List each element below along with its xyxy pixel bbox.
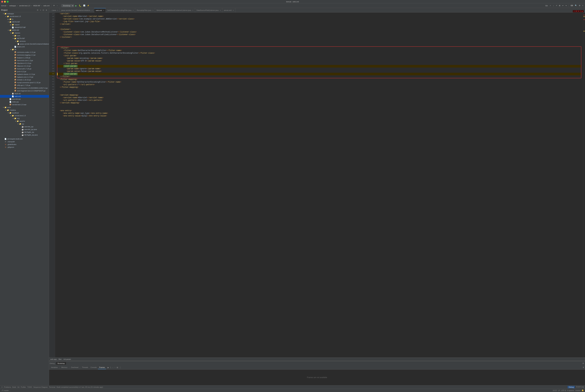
sidebar-item-lib[interactable]: ▼ 📁 lib	[0, 48, 49, 51]
indent-status[interactable]: 4 spaces	[567, 390, 574, 392]
debug-tab-variables[interactable]: Variables	[50, 366, 59, 369]
sidebar-item-jar14[interactable]: 📦 test-resource-1.0-20220808.112917-2.ja…	[0, 87, 49, 90]
debug-tab-console[interactable]: Console	[89, 366, 98, 369]
tab-webxml[interactable]: web.xml ×	[94, 8, 106, 12]
configuration-dropdown[interactable]: Bootstrap	[62, 4, 74, 7]
debug-resume-button[interactable]: ▶	[107, 366, 109, 369]
sidebar-item-aservlet-jsp[interactable]: 📄 aservlet.jsp	[0, 98, 49, 100]
tab-close-icon[interactable]: ×	[92, 10, 93, 11]
tab-rip[interactable]: RemoteIpFilter.java ×	[135, 8, 155, 12]
debug-config-tab[interactable]: Bootstrap	[56, 362, 66, 365]
sidebar-item-jsp-folder[interactable]: ▼ 📁 jsp	[0, 122, 49, 125]
minimize-button[interactable]	[4, 1, 6, 2]
git-button[interactable]: Git	[17, 386, 20, 388]
sidebar-item-gitattributes[interactable]: ⊙ .gitattributes	[0, 143, 49, 146]
sidebar-item-jar15[interactable]: 📦 web-fragment-test-2.0-SNAPSHOT.jar	[0, 90, 49, 92]
line-col-status[interactable]: 10:22	[553, 390, 557, 392]
sidebar-item-work[interactable]: ▼ 📁 work	[0, 106, 49, 109]
help-button[interactable]: ?	[582, 4, 584, 7]
encoding-status[interactable]: LF	[558, 390, 560, 392]
translate-button[interactable]: ⌨	[570, 4, 574, 7]
tab-close-icon[interactable]: ×	[233, 10, 234, 11]
todo-button[interactable]: TODO	[27, 386, 32, 388]
sidebar-item-mytaglib-jsp-java[interactable]: ☕ MyTaglib_jsp.java	[0, 134, 49, 136]
terminal-button[interactable]: Terminal	[49, 386, 56, 388]
undo-button[interactable]: ↩	[561, 4, 564, 7]
sidebar-item-classes[interactable]: ▼ 📁 classes	[0, 32, 49, 34]
sidebar-item-war[interactable]: 📦 servlet-test-1.0.war	[0, 103, 49, 106]
sidebar-item-webapps[interactable]: ▼ 📁 webapps	[0, 12, 49, 15]
sidebar-item-jar10[interactable]: 📦 logback-core-1.2.3.jar	[0, 76, 49, 78]
sidebar-item-jar6[interactable]: 📦 httpcore-4.4.13.jar	[0, 64, 49, 68]
debug-step-out-button[interactable]: ↑	[114, 366, 116, 369]
debug-step-over-button[interactable]: ⤵	[110, 366, 111, 369]
tab-sci[interactable]: javax.servlet.ServletContainerInitialize…	[60, 8, 94, 12]
coverage-button[interactable]: 📊	[83, 4, 86, 7]
search-button[interactable]: 🔍	[574, 4, 578, 7]
profile-button[interactable]: ⚡	[87, 4, 90, 7]
sidebar-item-jar4[interactable]: 📦 hamcrest-core-1.3.jar	[0, 59, 49, 62]
tab-bcicl[interactable]: BeforeContextInitializedContainerListene…	[155, 8, 195, 12]
settings-button[interactable]: ⚙	[578, 4, 581, 7]
debug-button[interactable]: Debug	[567, 386, 575, 388]
sidebar-item-beans[interactable]: 📄 beans.xml	[0, 45, 49, 48]
debug-panel-settings-button[interactable]: ⚙	[582, 362, 584, 365]
sidebar-item-jar1[interactable]: 📦 commons-codec-1.11.jar	[0, 51, 49, 54]
git-update-button[interactable]: ↑	[552, 4, 554, 7]
sidebar-item-maven[interactable]: ▶ 📁 maven	[0, 23, 49, 26]
sidebar-collapse-button[interactable]: ⊟	[42, 9, 45, 11]
sidebar-item-jar7[interactable]: 📦 hutool-all-5.7.20.jar	[0, 68, 49, 70]
debug-tab-threads[interactable]: Threads	[81, 366, 89, 369]
breadcrumb-item[interactable]: web-app	[50, 358, 57, 360]
profiler-button[interactable]: Profiler	[21, 386, 26, 388]
maximize-button[interactable]	[7, 1, 9, 2]
debug-step-into-button[interactable]: ↓	[112, 366, 114, 369]
sidebar-item-jar12[interactable]: 📦 mysql-connector-java-5.1.32.jar	[0, 81, 49, 84]
redo-button[interactable]: ↪	[565, 4, 567, 7]
tab-close-icon[interactable]: ×	[57, 10, 58, 11]
debug-more-button[interactable]: ⋮	[119, 366, 122, 369]
sidebar-item-web-inf[interactable]: ▼ 📁 WEB-INF	[0, 29, 49, 32]
sidebar-settings-button[interactable]: ⊕	[45, 9, 48, 11]
sidebar-item-gitignore[interactable]: ⊙ .gitignore	[0, 146, 49, 148]
notifications-button[interactable]: 🔔	[582, 390, 584, 392]
git-history-button[interactable]: ⊞	[558, 4, 561, 7]
sidebar-item-aservlet-jsp-java[interactable]: ☕ aservlet_jsp.java	[0, 128, 49, 131]
breadcrumb-item[interactable]: init-param	[64, 358, 71, 360]
debug-tab-memory[interactable]: Memory	[60, 366, 69, 369]
event-log-button[interactable]: Event Log	[576, 386, 584, 388]
sidebar-item-js[interactable]: ▶ 📁 js	[0, 18, 49, 20]
debug-run-button[interactable]: 🐛	[78, 4, 82, 7]
sidebar-item-mytaglib-jsp[interactable]: ☕ MyTaglib_jsp	[0, 131, 49, 134]
sidebar-item-sci[interactable]: 📋 javax.servlet.ServletContainerInitiali…	[0, 42, 49, 45]
sidebar-item-localhost[interactable]: ▼ 📁 localhost	[0, 112, 49, 114]
problems-icon[interactable]: ⚠	[1, 386, 3, 388]
sidebar-item-jar5[interactable]: 📦 httpclient-4.5.13.jar	[0, 62, 49, 64]
build-button[interactable]: Build	[12, 386, 16, 388]
sidebar-item-manifest[interactable]: 📄 MANIFEST.MF	[0, 26, 49, 29]
sidebar-item-catalina[interactable]: ▼ 📁 Catalina	[0, 109, 49, 112]
sidebar-item-meta-inf[interactable]: ▼ 📁 META-INF	[0, 20, 49, 23]
git-status[interactable]: ⎇ master	[1, 390, 9, 392]
sync-button[interactable]: ⟳	[53, 4, 55, 7]
sidebar-item-jar8[interactable]: 📦 junit-4.12.jar	[0, 70, 49, 73]
tab-secf[interactable]: SetCharacterEncodingFilter.java ×	[106, 8, 135, 12]
tab-t-java[interactable]: ...t.java ×	[49, 8, 60, 12]
sidebar-item-jar11[interactable]: 📦 lombok-1.18.16.jar	[0, 78, 49, 81]
sidebar-item-servlet-test[interactable]: ▼ 📁 servlet-test-1.0	[0, 15, 49, 18]
run-button[interactable]: ▶	[75, 4, 78, 7]
sidebar-item-meta-inf2[interactable]: ▼ 📁 META-INF	[0, 37, 49, 40]
sidebar-item-jar2[interactable]: 📦 commons-logging-1.2.jar	[0, 54, 49, 56]
tab-close-icon[interactable]: ×	[220, 10, 221, 11]
back-button[interactable]: ←	[56, 4, 59, 7]
git-push-button[interactable]: ↗	[555, 4, 558, 7]
sequence-diagram-button[interactable]: Sequence Diagram	[33, 386, 48, 388]
sidebar-item-ant[interactable]: 📄 ant-targets-build.xml	[0, 138, 49, 140]
tab-close-icon[interactable]: ×	[192, 10, 193, 11]
sidebar-item-servlet-test2[interactable]: ▼ 📁 servlet-test-1.0	[0, 114, 49, 117]
code-area[interactable]: <servlet> <servlet-name>AServlet</servle…	[55, 12, 583, 358]
branch-status[interactable]: master	[575, 390, 580, 392]
debug-tab-overhead[interactable]: Overhead	[70, 366, 80, 369]
sidebar-item-index-jsp[interactable]: 📄 index.jsp	[0, 100, 49, 103]
git-check-button[interactable]: ✓	[549, 4, 552, 7]
